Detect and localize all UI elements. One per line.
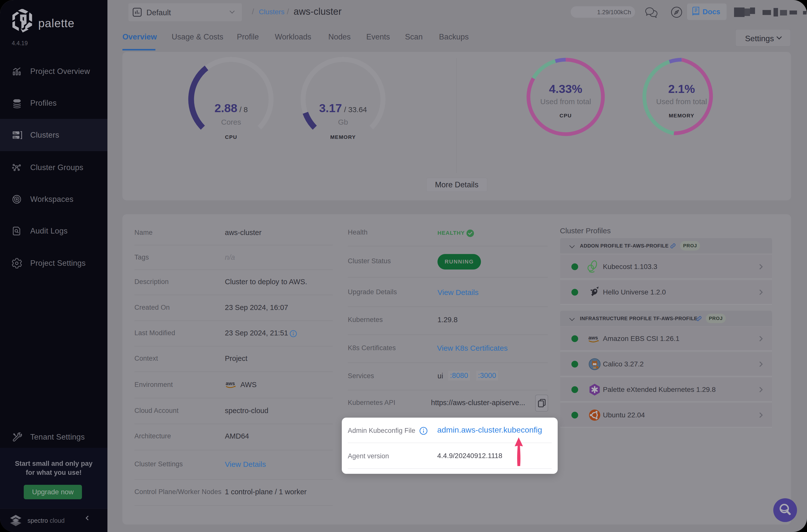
svg-text:aws: aws xyxy=(588,335,598,340)
